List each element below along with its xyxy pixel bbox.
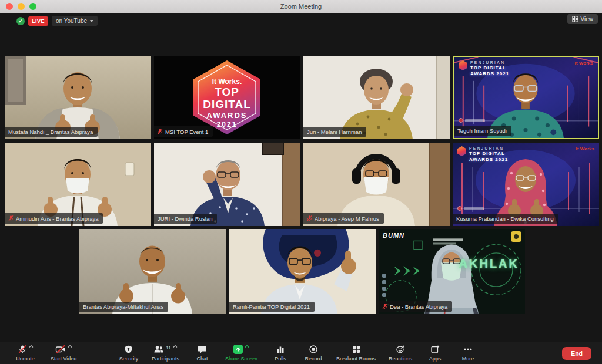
titlebar: Zoom Meeting (0, 0, 602, 13)
share-screen-button[interactable]: Share Screen (225, 345, 257, 362)
camera-muted-icon (55, 345, 66, 354)
chevron-up-icon (173, 345, 178, 348)
polls-label: Polls (275, 356, 286, 362)
video-tile-asep-m-fahrus[interactable]: Abipraya - Asep M Fahrus (303, 143, 450, 226)
vbg-title2: AWARDS 2021 (469, 157, 508, 162)
participant-name: Aminudin Azis - Brantas Abipraya (16, 215, 98, 222)
muted-mic-icon (307, 215, 312, 222)
security-button[interactable]: Security (119, 345, 139, 362)
vbg-brand: It Works (576, 146, 594, 151)
view-button[interactable]: View (567, 14, 598, 24)
vbg-eyebrow: PENJURIAN (469, 146, 508, 150)
vbg-eyebrow: PENJURIAN (470, 60, 509, 65)
virtual-bg-header: PENJURIAN TOP DIGITAL AWARDS 2021 (459, 60, 509, 76)
top-digital-hexagon-logo (459, 60, 467, 70)
participants-label: Participants (152, 356, 179, 362)
reactions-label: Reactions (389, 356, 412, 362)
breakout-rooms-button[interactable]: Breakout Rooms (336, 345, 376, 362)
view-button-label: View (581, 16, 594, 22)
end-meeting-button[interactable]: End (562, 347, 591, 360)
participant-name-label: Dea - Brantas Abipraya (379, 301, 452, 312)
participants-button[interactable]: 11 Participants (152, 345, 179, 362)
live-destination-label: on YouTube (56, 18, 87, 24)
chevron-up-icon (29, 345, 34, 348)
security-label: Security (119, 356, 139, 362)
app-bar: ✓ LIVE on YouTube View (0, 13, 602, 28)
video-tile-miftakhul-anas[interactable]: Brantas Abipraya-Miftakhul Anas (79, 229, 226, 314)
start-video-button[interactable]: Start Video (51, 345, 76, 362)
vbg-title1: TOP DIGITAL (470, 65, 509, 70)
badge-line2: DIGITAL (203, 98, 251, 110)
start-video-label: Start Video (51, 356, 76, 362)
participants-icon (153, 345, 164, 354)
participant-name: Kusuma Prabandari - Dwika Consulting (456, 215, 554, 222)
badge-line1: TOP (215, 86, 239, 98)
video-tile-dea[interactable]: BUMN AKHLAK Dea - Brantas Abipraya (379, 229, 525, 314)
participant-name-label: Abipraya - Asep M Fahrus (303, 213, 384, 224)
chat-bubble-icon (198, 345, 207, 354)
participant-name: MSI TOP Event 1 (165, 129, 208, 135)
participant-name: Abipraya - Asep M Fahrus (315, 215, 379, 222)
participant-name: Mustafa Nahdi _ Brantas Abipraya (8, 129, 93, 135)
video-tile-dwinda-ruslan[interactable]: JURI - Dwinda Ruslan (154, 143, 300, 226)
video-tile-kusuma-prabandari[interactable]: PENJURIAN TOP DIGITAL AWARDS 2021 It Wor… (453, 143, 599, 226)
participant-name-label: JURI - Dwinda Ruslan (154, 214, 217, 224)
participant-name: JURI - Dwinda Ruslan (158, 215, 212, 222)
participant-name-label: Teguh Imam Suyudi (454, 126, 511, 136)
meeting-toolbar: Unmute Start Video (0, 342, 602, 364)
minimize-window-button[interactable] (18, 3, 25, 10)
bumn-logo: BUMN (383, 232, 404, 239)
reactions-icon (396, 345, 405, 354)
video-tile-ramli[interactable]: Ramli-Panitia TOP Digital 2021 (229, 229, 376, 314)
apps-icon (430, 345, 440, 354)
chevron-up-icon (245, 345, 249, 348)
muted-mic-icon (158, 128, 163, 135)
apps-button[interactable]: Apps (425, 345, 445, 362)
participants-count: 11 (166, 345, 170, 350)
participant-name-label: Juri - Melani Harriman (303, 127, 366, 137)
mic-muted-icon (18, 345, 27, 354)
video-tile-msi-top-event[interactable]: It Works. TOP DIGITAL AWARDS 2021 MSI TO… (154, 56, 300, 139)
more-label: More (462, 356, 474, 362)
zoom-window-button[interactable] (29, 3, 36, 10)
production-watermark (457, 206, 484, 211)
reactions-button[interactable]: Reactions (389, 345, 412, 362)
participant-name-label: MSI TOP Event 1 (154, 126, 213, 137)
participant-name-label: Kusuma Prabandari - Dwika Consulting (453, 214, 558, 224)
muted-mic-icon (8, 215, 14, 222)
encryption-shield-icon: ✓ (16, 17, 25, 25)
polls-icon (276, 345, 285, 354)
breakout-rooms-label: Breakout Rooms (336, 356, 376, 362)
participant-name: Teguh Imam Suyudi (457, 127, 507, 134)
record-button[interactable]: Record (303, 345, 323, 362)
participant-name: Ramli-Panitia TOP Digital 2021 (233, 304, 310, 310)
muted-mic-icon (382, 303, 387, 310)
chevron-up-icon (68, 345, 72, 348)
unmute-button[interactable]: Unmute (15, 345, 35, 362)
live-badge: LIVE (28, 16, 48, 26)
polls-button[interactable]: Polls (270, 345, 290, 362)
badge-line4: 2021 (217, 120, 238, 129)
participant-name-label: Ramli-Panitia TOP Digital 2021 (229, 302, 315, 312)
live-destination-dropdown[interactable]: on YouTube (52, 16, 98, 26)
vbg-title2: AWARDS 2021 (470, 71, 509, 76)
record-icon (309, 345, 318, 354)
video-tile-aminudin-azis[interactable]: Aminudin Azis - Brantas Abipraya (5, 143, 151, 226)
apps-label: Apps (429, 356, 442, 362)
video-tile-melani-harriman[interactable]: Juri - Melani Harriman (303, 56, 450, 139)
video-tile-teguh-imam-suyudi[interactable]: PENJURIAN TOP DIGITAL AWARDS 2021 It Wor… (453, 56, 599, 139)
badge-brand: It Works. (212, 77, 242, 86)
share-screen-icon (233, 345, 243, 354)
akhlak-glow-text: AKHLAK (459, 257, 519, 271)
unmute-label: Unmute (16, 356, 35, 362)
video-tile-mustafa-nahdi[interactable]: Mustafa Nahdi _ Brantas Abipraya (5, 56, 151, 139)
more-button[interactable]: More (458, 345, 478, 362)
window-title: Zoom Meeting (0, 3, 602, 10)
chat-button[interactable]: Chat (192, 345, 212, 362)
ministry-logo (511, 231, 521, 242)
vbg-title1: TOP DIGITAL (469, 151, 508, 156)
close-window-button[interactable] (6, 3, 13, 10)
social-media-icons (382, 274, 386, 297)
more-dots-icon (463, 345, 473, 354)
vbg-brand: It Works (575, 60, 593, 66)
